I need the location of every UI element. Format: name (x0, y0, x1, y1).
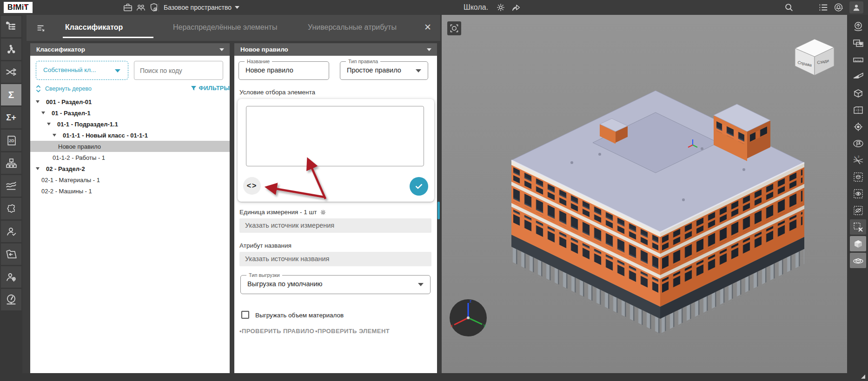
confirm-condition-button[interactable] (410, 177, 428, 196)
workspace-selector[interactable]: Базовое пространство (164, 4, 232, 11)
unit-settings-gear-icon[interactable] (320, 209, 326, 216)
condition-section-label: Условие отбора элемента (239, 89, 315, 96)
focus-tool[interactable] (850, 119, 866, 134)
orbit-tool[interactable] (850, 19, 866, 34)
user-approvals-tool[interactable] (1, 221, 21, 242)
tree-item-label: 01-1 - Подраздел-1.1 (57, 121, 118, 128)
clear-selection-tool[interactable] (850, 219, 866, 235)
filter-funnel-icon (191, 85, 197, 92)
own-classifier-dropdown[interactable]: Собственный кл... (36, 61, 128, 80)
estimates-tool-active[interactable]: Σ (1, 84, 21, 105)
dashboard-tool[interactable] (1, 289, 21, 310)
volume-checkbox[interactable] (241, 311, 249, 319)
rule-type-label: Тип правила (346, 59, 380, 64)
show-tool[interactable] (850, 186, 866, 201)
tab-universal[interactable]: Универсальные атрибуты (308, 23, 397, 32)
tree-item[interactable]: 01-1-2 - Работы - 1 (30, 152, 230, 163)
tree-item-label: 02-2 - Машины - 1 (41, 188, 92, 195)
fit-view-button[interactable] (447, 21, 461, 35)
tree-item[interactable]: 001 - Раздел-01 (30, 96, 230, 107)
plugins-tool[interactable] (1, 198, 21, 219)
section-plane-tool[interactable] (850, 69, 866, 84)
tree-caret-icon[interactable] (36, 100, 40, 103)
settings-gear-icon[interactable] (496, 2, 506, 13)
code-search-input[interactable] (134, 61, 223, 80)
axis-y-label: y (484, 323, 486, 328)
filters-button[interactable]: ФИЛЬТРЫ (191, 85, 230, 92)
team-icon[interactable] (136, 2, 146, 13)
condition-textarea[interactable] (246, 106, 424, 166)
rule-panel-header[interactable]: Новое правило (234, 43, 437, 56)
tree-item[interactable]: 01 - Раздел-1 (30, 107, 230, 118)
floorplan-icon (853, 105, 864, 116)
tree-item[interactable]: 01-1-1 - Новый класс - 01-1-1 (30, 130, 230, 141)
isolate-tool[interactable] (850, 169, 866, 184)
docs-2d-tool[interactable]: 2D (1, 130, 21, 151)
classifier-panel-header[interactable]: Классификатор (30, 43, 230, 56)
condition-card: <> (238, 99, 434, 202)
model-tree-tool[interactable] (1, 16, 21, 37)
share-icon[interactable] (511, 2, 521, 13)
check-rule-button[interactable]: •ПРОВЕРИТЬ ПРАВИЛО (239, 328, 314, 335)
tree-caret-icon[interactable] (47, 123, 51, 125)
export-tool[interactable] (1, 243, 21, 265)
upload-type-value: Выгрузка по умолчанию (247, 280, 322, 288)
tree-item[interactable]: Новое правило (30, 141, 230, 152)
shaded-view-tool[interactable] (850, 236, 866, 251)
notifications-bell-icon[interactable] (834, 2, 844, 13)
volume-checkbox-label: Выгружать объем материалов (255, 312, 344, 319)
shield-history-icon[interactable] (149, 2, 159, 13)
workspace-caret-icon[interactable] (235, 6, 239, 9)
section-box-tool[interactable] (850, 85, 866, 101)
tab-classifier[interactable]: Классификатор (65, 23, 123, 32)
code-editor-button[interactable]: <> (243, 177, 261, 195)
account-button[interactable] (849, 1, 863, 13)
floorplan-tool[interactable] (850, 102, 866, 118)
search-icon[interactable] (784, 2, 794, 13)
structure-tool[interactable] (1, 152, 21, 174)
user-locations-tool[interactable] (1, 266, 21, 288)
panel-close-button[interactable]: ✕ (424, 22, 431, 33)
projects-briefcase-icon[interactable] (123, 2, 133, 13)
resize-grip[interactable] (861, 374, 865, 379)
tree-item[interactable]: 01-1 - Подраздел-1.1 (30, 118, 230, 130)
tab-unallocated[interactable]: Нераспределённые элементы (173, 23, 277, 32)
estimates-plus-tool[interactable]: Σ+ (1, 107, 21, 128)
panel-menu-icon[interactable] (36, 23, 46, 33)
building-model-canvas[interactable]: Справа Сзади x y z (442, 15, 847, 373)
rule-type-select[interactable]: Тип правила Простое правило (340, 61, 428, 80)
viewpoint-tool[interactable] (850, 136, 866, 151)
list-icon[interactable] (818, 2, 828, 13)
tree-item[interactable]: 02 - Раздел-2 (30, 163, 230, 174)
app-logo[interactable]: BiMiT (4, 2, 33, 13)
tree-item[interactable]: 02-2 - Машины - 1 (30, 185, 230, 197)
measure-source-field[interactable]: Указать источник измерения (239, 218, 431, 233)
panel-scrollbar-thumb[interactable] (437, 202, 440, 219)
grid-axes-tool[interactable]: 12 (850, 152, 866, 168)
name-source-field[interactable]: Указать источник названия (239, 252, 431, 266)
measure-tool[interactable] (850, 52, 866, 67)
relations-tool[interactable] (1, 39, 21, 60)
select-elements-tool[interactable] (850, 35, 866, 51)
orbit-mode-tool[interactable] (850, 253, 866, 268)
focus-target-icon (853, 121, 864, 132)
panel-tabstrip: Классификатор Нераспределённые элементы … (27, 15, 440, 41)
dynamics-tool[interactable] (1, 175, 21, 197)
classifier-panel: Классификатор Собственный кл... Свернуть… (30, 43, 230, 373)
viewport-3d[interactable]: Справа Сзади x y z (442, 15, 847, 373)
mapping-tool[interactable] (1, 61, 21, 83)
account-person-icon (851, 2, 861, 13)
tree-caret-icon[interactable] (36, 167, 40, 170)
tree-item[interactable]: 02-1 - Материалы - 1 (30, 174, 230, 185)
rule-name-field[interactable]: Название Новое правило (239, 61, 329, 80)
tree-item-label: 02 - Раздел-2 (46, 165, 85, 172)
upload-type-select[interactable]: Тип выгрузки Выгрузка по умолчанию (240, 275, 431, 294)
tree-caret-icon[interactable] (53, 134, 56, 137)
classifier-tree: 001 - Раздел-0101 - Раздел-101-1 - Подра… (30, 96, 230, 197)
check-element-button[interactable]: •ПРОВЕРИТЬ ЭЛЕМЕНТ (315, 328, 390, 335)
collapse-tree-button[interactable]: Свернуть дерево (36, 85, 92, 92)
tree-caret-icon[interactable] (41, 112, 45, 114)
sigma-plus-icon: Σ+ (6, 113, 16, 123)
hide-tool[interactable] (850, 203, 866, 218)
tree-item-label: Новое правило (58, 143, 101, 150)
